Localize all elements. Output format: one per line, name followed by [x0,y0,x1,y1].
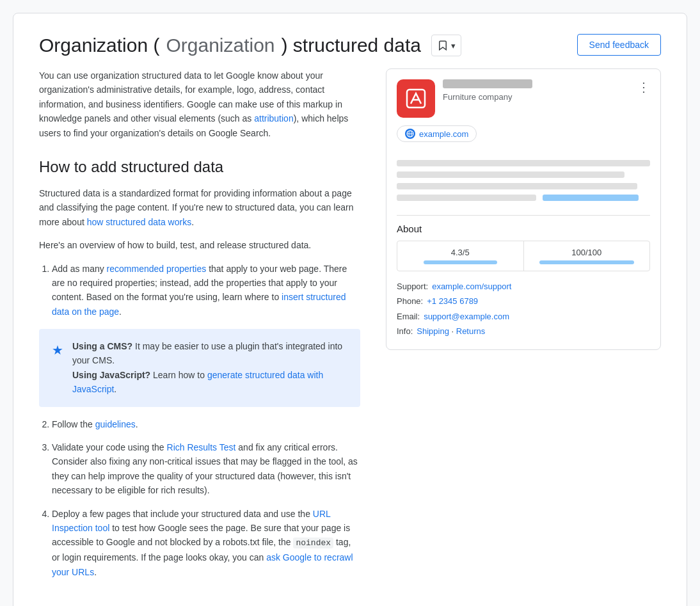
card-info: Furniture company [443,79,650,102]
guidelines-link[interactable]: guidelines [95,419,136,429]
intro-paragraph: You can use organization structured data… [39,68,360,140]
email-label: Email: [397,309,420,324]
bookmark-icon [437,40,449,51]
card-header: Furniture company ⋮ [397,79,650,118]
list-item: Add as many recommended properties that … [52,262,360,407]
page-title: Organization (Organization) structured d… [39,34,421,57]
info-row: Info: Shipping · Returns [397,324,650,339]
list-item: Validate your code using the Rich Result… [52,440,360,498]
main-content: You can use organization structured data… [39,68,661,588]
globe-icon [405,129,415,139]
how-structured-data-link[interactable]: how structured data works [87,217,191,227]
list-item: Deploy a few pages that include your str… [52,507,360,579]
url-text: example.com [419,129,468,139]
noindex-code: noindex [293,538,333,548]
rating-cell-2: 100/100 [523,241,650,271]
knowledge-panel-card: Furniture company ⋮ e [386,68,661,350]
rating-value-1: 4.3/5 [408,248,513,257]
rating-value-2: 100/100 [534,248,640,257]
placeholder-line-row [397,195,650,206]
email-link[interactable]: support@example.com [424,309,509,324]
rating-bar-2 [539,260,634,264]
shipping-link[interactable]: Shipping [417,326,449,336]
placeholder-button [543,195,639,201]
support-row: Support: example.com/support [397,279,650,294]
cms-tip-text: Using a CMS? It may be easier to use a p… [72,339,347,397]
name-bar-placeholder [443,79,532,88]
organization-subtitle: Furniture company [443,92,650,102]
steps-list: Add as many recommended properties that … [39,262,360,579]
list-item: Follow the guidelines. [52,417,360,431]
logo-icon [404,87,427,110]
url-chip[interactable]: example.com [397,125,477,142]
placeholder-line [397,183,637,189]
card-details: Support: example.com/support Phone: +1 2… [397,279,650,339]
content-placeholder-lines [397,160,650,206]
returns-link[interactable]: Returns [456,326,486,336]
header-row: Organization (Organization) structured d… [39,34,661,57]
organization-logo [397,79,435,118]
header-right: Send feedback [577,34,661,56]
right-column: Furniture company ⋮ e [386,68,661,350]
section-heading-how-to: How to add structured data [39,158,360,176]
body-para-2: Here's an overview of how to build, test… [39,238,360,252]
rich-results-test-link[interactable]: Rich Results Test [167,442,236,452]
about-label: About [397,223,650,234]
placeholder-line [397,195,536,201]
recommended-properties-link[interactable]: recommended properties [107,264,207,274]
bookmark-button[interactable]: ▾ [431,35,461,56]
page-container: Organization (Organization) structured d… [13,13,687,606]
email-row: Email: support@example.com [397,309,650,324]
more-options-button[interactable]: ⋮ [637,79,650,95]
support-label: Support: [397,279,428,294]
card-divider [397,215,650,216]
placeholder-line [397,160,650,166]
support-link[interactable]: example.com/support [432,279,511,294]
placeholder-line [397,171,624,178]
attribution-link[interactable]: attribution [254,113,293,124]
body-para-1: Structured data is a standardized format… [39,186,360,229]
globe-svg [406,130,414,138]
bookmark-dropdown-arrow: ▾ [451,41,456,51]
left-column: You can use organization structured data… [39,68,360,588]
rating-bar-1 [424,260,497,264]
cms-tip-box: ★ Using a CMS? It may be easier to use a… [39,329,360,407]
phone-row: Phone: +1 2345 6789 [397,294,650,308]
phone-label: Phone: [397,294,423,308]
star-icon: ★ [52,340,63,360]
info-label: Info: [397,324,413,339]
send-feedback-button[interactable]: Send feedback [577,34,661,56]
rating-cell-1: 4.3/5 [397,241,523,271]
ratings-section: 4.3/5 100/100 [397,241,650,271]
phone-link[interactable]: +1 2345 6789 [427,294,478,308]
